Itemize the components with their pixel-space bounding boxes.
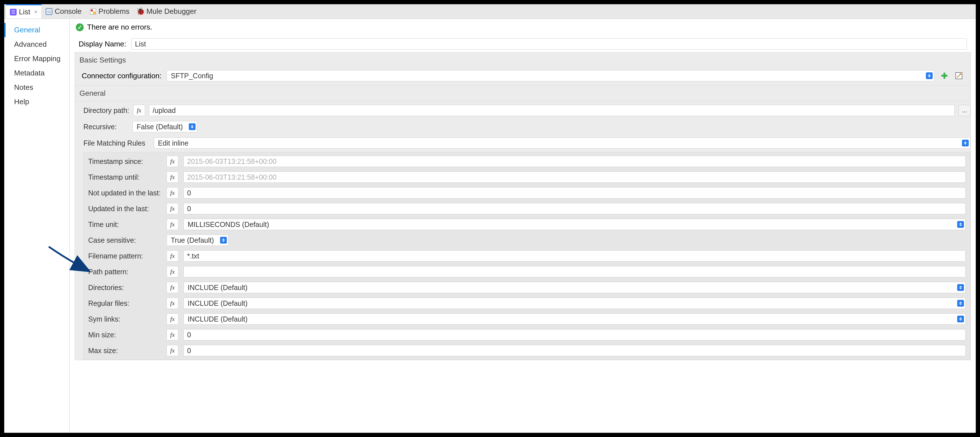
tab-bar: ☰ List × ▭ Console Problems 🐞 Mule Debug… — [4, 4, 976, 19]
directories-value: INCLUDE (Default) — [188, 284, 248, 292]
chevron-updown-icon — [962, 140, 969, 146]
svg-point-1 — [91, 9, 93, 11]
fx-button[interactable]: fx — [167, 203, 178, 214]
status-message: There are no errors. — [87, 23, 152, 32]
timestamp-until-input[interactable] — [183, 172, 966, 183]
svg-rect-2 — [93, 11, 95, 14]
fx-button[interactable]: fx — [167, 313, 178, 325]
connector-config-label: Connector configuration: — [82, 72, 161, 80]
sidebar-item-help[interactable]: Help — [4, 95, 69, 109]
fx-button[interactable]: fx — [167, 219, 178, 230]
fx-button[interactable]: fx — [167, 298, 178, 309]
basic-settings-title: Basic Settings — [75, 52, 970, 68]
tab-label: Mule Debugger — [146, 7, 196, 16]
case-sensitive-label: Case sensitive: — [88, 236, 161, 245]
display-name-input[interactable] — [131, 38, 967, 49]
max-size-label: Max size: — [88, 346, 161, 355]
not-updated-label: Not updated in the last: — [88, 189, 161, 197]
chevron-updown-icon — [957, 316, 964, 323]
not-updated-input[interactable] — [183, 187, 966, 199]
tab-console[interactable]: ▭ Console — [42, 4, 85, 19]
min-size-label: Min size: — [88, 331, 161, 339]
timestamp-until-label: Timestamp until: — [88, 173, 161, 181]
problems-icon — [90, 8, 96, 15]
bug-icon: 🐞 — [137, 8, 144, 15]
tab-label: Problems — [99, 7, 130, 16]
time-unit-select[interactable]: MILLISECONDS (Default) — [183, 219, 966, 230]
directories-select[interactable]: INCLUDE (Default) — [183, 282, 966, 293]
directory-path-input[interactable] — [149, 105, 955, 116]
fx-button[interactable]: fx — [167, 282, 178, 293]
file-matching-rules-label: File Matching Rules — [83, 139, 145, 147]
max-size-input[interactable] — [183, 345, 966, 356]
recursive-select[interactable]: False (Default) — [132, 121, 197, 132]
fx-button[interactable]: fx — [167, 345, 178, 356]
chevron-updown-icon — [189, 123, 196, 130]
path-pattern-input[interactable] — [183, 266, 966, 277]
regular-files-label: Regular files: — [88, 299, 161, 307]
sidebar-item-general[interactable]: General — [4, 23, 69, 37]
tab-mule-debugger[interactable]: 🐞 Mule Debugger — [133, 4, 200, 19]
path-pattern-label: Path pattern: — [88, 268, 161, 276]
directory-path-label: Directory path: — [83, 106, 129, 114]
file-matching-rules-value: Edit inline — [158, 139, 188, 147]
time-unit-label: Time unit: — [88, 221, 161, 229]
sym-links-select[interactable]: INCLUDE (Default) — [183, 313, 966, 325]
console-icon: ▭ — [46, 8, 52, 15]
regular-files-value: INCLUDE (Default) — [188, 299, 248, 307]
edit-config-button[interactable] — [954, 71, 964, 81]
tab-problems[interactable]: Problems — [86, 4, 134, 19]
sidebar-item-advanced[interactable]: Advanced — [4, 37, 69, 51]
tab-label: Console — [55, 7, 81, 16]
recursive-value: False (Default) — [137, 123, 183, 131]
browse-button[interactable]: ... — [959, 105, 970, 116]
time-unit-value: MILLISECONDS (Default) — [188, 221, 269, 229]
fx-button[interactable]: fx — [167, 156, 178, 167]
updated-label: Updated in the last: — [88, 205, 161, 213]
tab-list[interactable]: ☰ List × — [6, 4, 42, 19]
fx-button[interactable]: fx — [167, 329, 178, 340]
directories-label: Directories: — [88, 284, 161, 292]
filename-pattern-input[interactable] — [183, 250, 966, 262]
chevron-updown-icon — [957, 221, 964, 228]
chevron-updown-icon — [220, 237, 227, 243]
display-name-label: Display Name: — [79, 40, 126, 48]
tab-label: List — [19, 8, 30, 16]
fx-button[interactable]: fx — [167, 266, 178, 277]
case-sensitive-select[interactable]: True (Default) — [167, 235, 229, 246]
timestamp-since-label: Timestamp since: — [88, 157, 161, 165]
filename-pattern-label: Filename pattern: — [88, 252, 161, 260]
fx-button[interactable]: fx — [167, 172, 178, 183]
sidebar-item-metadata[interactable]: Metadata — [4, 66, 69, 80]
sym-links-value: INCLUDE (Default) — [188, 315, 248, 323]
close-icon[interactable]: × — [34, 9, 38, 15]
chevron-updown-icon — [957, 300, 964, 307]
recursive-label: Recursive: — [83, 123, 129, 131]
content-pane: ✓ There are no errors. Display Name: Bas… — [70, 19, 976, 433]
add-config-button[interactable]: ✚ — [939, 71, 949, 81]
sidebar: General Advanced Error Mapping Metadata … — [4, 19, 70, 433]
regular-files-select[interactable]: INCLUDE (Default) — [183, 298, 966, 309]
list-tab-icon: ☰ — [10, 9, 17, 16]
chevron-updown-icon — [926, 72, 933, 79]
success-icon: ✓ — [76, 23, 84, 31]
min-size-input[interactable] — [183, 329, 966, 340]
sidebar-item-notes[interactable]: Notes — [4, 80, 69, 95]
sym-links-label: Sym links: — [88, 315, 161, 323]
timestamp-since-input[interactable] — [183, 156, 966, 167]
sidebar-item-error-mapping[interactable]: Error Mapping — [4, 51, 69, 66]
fx-button[interactable]: fx — [167, 187, 178, 199]
case-sensitive-value: True (Default) — [171, 236, 214, 245]
fx-button[interactable]: fx — [167, 250, 178, 262]
status-row: ✓ There are no errors. — [70, 19, 976, 35]
general-section-title: General — [75, 86, 970, 102]
file-matching-rules-select[interactable]: Edit inline — [154, 137, 970, 149]
connector-config-value: SFTP_Config — [171, 72, 213, 80]
updated-input[interactable] — [183, 203, 966, 214]
connector-config-select[interactable]: SFTP_Config — [167, 70, 934, 81]
chevron-updown-icon — [957, 284, 964, 291]
fx-button[interactable]: fx — [133, 105, 145, 116]
